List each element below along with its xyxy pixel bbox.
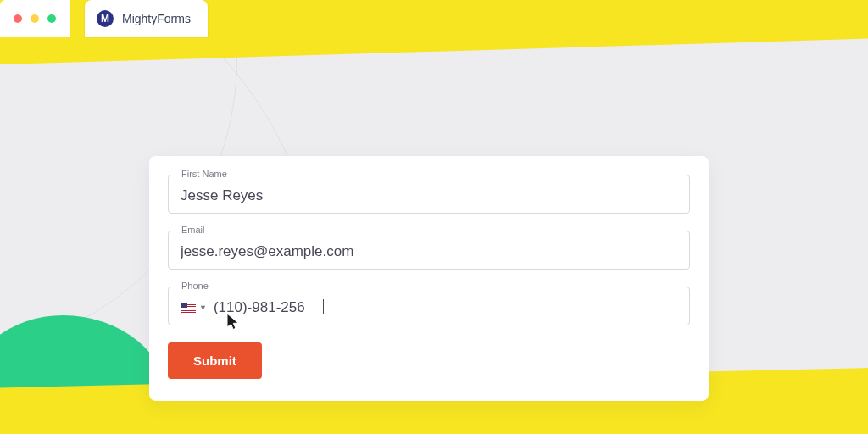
browser-tab[interactable]: M MightyForms — [85, 0, 208, 37]
us-flag-icon — [181, 303, 196, 313]
phone-field-wrapper: Phone ▼ — [168, 287, 690, 326]
submit-button[interactable]: Submit — [168, 342, 262, 379]
phone-label: Phone — [177, 281, 213, 291]
first-name-field-wrapper: First Name — [168, 175, 690, 214]
mightyforms-logo-icon: M — [97, 10, 114, 27]
maximize-window-icon[interactable] — [47, 14, 56, 23]
form-card: First Name Email Phone ▼ Submit — [149, 156, 709, 401]
tab-title: MightyForms — [122, 12, 191, 25]
browser-chrome: M MightyForms — [0, 0, 208, 37]
text-caret-icon — [323, 299, 324, 314]
chevron-down-icon: ▼ — [199, 303, 207, 312]
window-controls — [0, 0, 70, 37]
email-input[interactable] — [181, 243, 677, 260]
close-window-icon[interactable] — [14, 14, 22, 23]
first-name-label: First Name — [177, 169, 231, 179]
minimize-window-icon[interactable] — [31, 14, 39, 23]
country-flag-selector[interactable]: ▼ — [181, 303, 207, 313]
phone-input[interactable] — [214, 299, 341, 316]
email-label: Email — [177, 225, 209, 235]
first-name-input[interactable] — [181, 187, 677, 204]
email-field-wrapper: Email — [168, 231, 690, 270]
